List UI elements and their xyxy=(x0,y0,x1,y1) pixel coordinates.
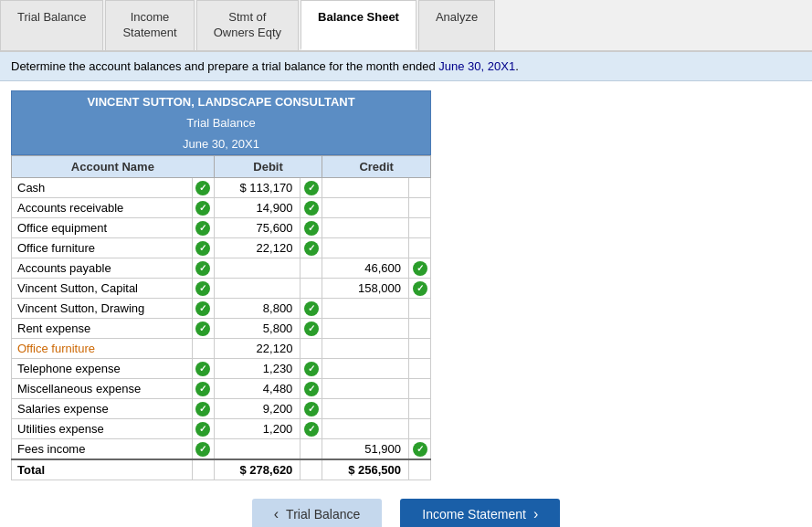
account-name-cell: Rent expense xyxy=(12,318,193,338)
table-row: Salaries expense ✓ 9,200 ✓ xyxy=(12,398,431,418)
debit-check-cell: ✓ xyxy=(301,318,322,338)
credit-check-cell xyxy=(409,298,431,318)
account-name-cell: Utilities expense xyxy=(12,418,193,438)
credit-cell xyxy=(322,378,409,398)
account-name-cell: Office furniture xyxy=(12,338,193,358)
table-row: Accounts payable ✓ 46,600 ✓ xyxy=(12,258,431,278)
row-check-cell: ✓ xyxy=(192,398,214,418)
credit-cell xyxy=(322,237,409,258)
check-icon: ✓ xyxy=(413,261,427,276)
tab-bar: Trial Balance Income Statement Stmt of O… xyxy=(0,0,812,52)
check-icon: ✓ xyxy=(304,221,319,236)
credit-cell: 46,600 xyxy=(322,258,409,278)
debit-cell: $ 113,170 xyxy=(214,177,301,197)
account-name-cell: Telephone expense xyxy=(12,358,193,378)
check-icon: ✓ xyxy=(195,261,210,276)
debit-cell: 8,800 xyxy=(214,298,301,318)
forward-button[interactable]: Income Statement › xyxy=(400,499,560,527)
tab-trial-balance[interactable]: Trial Balance xyxy=(0,0,103,50)
tab-stmt-owners-eqty[interactable]: Stmt of Owners Eqty xyxy=(196,0,299,50)
check-icon: ✓ xyxy=(195,362,210,376)
credit-check-cell: ✓ xyxy=(409,278,431,298)
debit-check-cell: ✓ xyxy=(301,418,322,438)
credit-cell: 51,900 xyxy=(322,438,409,459)
row-check-cell: ✓ xyxy=(192,217,214,237)
trial-balance-table: Account Name Debit Credit Cash ✓ $ 113,1… xyxy=(11,155,431,480)
debit-cell: 9,200 xyxy=(214,398,301,418)
debit-check-cell: ✓ xyxy=(301,237,322,258)
check-icon: ✓ xyxy=(195,402,210,416)
table-row: Rent expense ✓ 5,800 ✓ xyxy=(12,318,431,338)
table-row: Miscellaneous expense ✓ 4,480 ✓ xyxy=(12,378,431,398)
col-credit: Credit xyxy=(322,155,431,177)
check-icon: ✓ xyxy=(304,382,319,396)
total-row: Total $ 278,620 $ 256,500 xyxy=(12,459,431,480)
debit-cell: 1,230 xyxy=(214,358,301,378)
forward-arrow-icon: › xyxy=(533,506,538,522)
credit-cell xyxy=(322,217,409,237)
credit-check-cell xyxy=(409,197,431,217)
table-row: Office furniture ✓ 22,120 ✓ xyxy=(12,237,431,258)
row-check-cell: ✓ xyxy=(192,278,214,298)
table-row: Vincent Sutton, Drawing ✓ 8,800 ✓ xyxy=(12,298,431,318)
col-debit: Debit xyxy=(214,155,322,177)
account-name-cell: Cash xyxy=(12,177,193,197)
table-date: June 30, 20X1 xyxy=(12,133,430,154)
row-check-cell: ✓ xyxy=(192,418,214,438)
check-icon: ✓ xyxy=(195,422,210,437)
credit-check-cell xyxy=(409,338,431,358)
check-icon: ✓ xyxy=(304,301,319,316)
account-name-cell: Miscellaneous expense xyxy=(12,378,193,398)
credit-cell xyxy=(322,197,409,217)
credit-cell xyxy=(322,177,409,197)
debit-cell: 75,600 xyxy=(214,217,301,237)
table-row: Accounts receivable ✓ 14,900 ✓ xyxy=(12,197,431,217)
row-check-cell xyxy=(192,338,214,358)
check-icon: ✓ xyxy=(304,422,319,437)
table-subtitle: Trial Balance xyxy=(12,112,430,133)
debit-check-cell xyxy=(301,438,322,459)
credit-check-cell xyxy=(409,358,431,378)
account-name-cell: Office equipment xyxy=(12,217,193,237)
credit-check-cell xyxy=(409,217,431,237)
check-icon: ✓ xyxy=(413,442,427,457)
credit-cell xyxy=(322,338,409,358)
check-icon: ✓ xyxy=(195,221,210,236)
check-icon: ✓ xyxy=(195,321,210,336)
debit-check-cell xyxy=(301,338,322,358)
row-check-cell: ✓ xyxy=(192,258,214,278)
check-icon: ✓ xyxy=(304,181,319,195)
row-check-cell: ✓ xyxy=(192,358,214,378)
back-label: Trial Balance xyxy=(286,507,360,522)
table-container: VINCENT SUTTON, LANDSCAPE CONSULTANT Tri… xyxy=(11,90,431,480)
debit-check-cell xyxy=(301,258,322,278)
check-icon: ✓ xyxy=(304,402,319,416)
credit-check-cell: ✓ xyxy=(409,258,431,278)
check-icon: ✓ xyxy=(304,362,319,376)
back-button[interactable]: ‹ Trial Balance xyxy=(252,499,383,527)
total-debit: $ 278,620 xyxy=(214,459,301,480)
table-row: Vincent Sutton, Capital ✓ 158,000 ✓ xyxy=(12,278,431,298)
tab-analyze[interactable]: Analyze xyxy=(418,0,495,50)
main-content: VINCENT SUTTON, LANDSCAPE CONSULTANT Tri… xyxy=(0,81,812,527)
tab-balance-sheet[interactable]: Balance Sheet xyxy=(301,0,417,50)
credit-check-cell xyxy=(409,398,431,418)
debit-check-cell: ✓ xyxy=(301,217,322,237)
total-debit-check-empty xyxy=(301,459,322,480)
row-check-cell: ✓ xyxy=(192,438,214,459)
check-icon: ✓ xyxy=(195,241,210,256)
check-icon: ✓ xyxy=(195,382,210,396)
account-name-cell: Salaries expense xyxy=(12,398,193,418)
table-row: Office furniture 22,120 xyxy=(12,338,431,358)
credit-cell: 158,000 xyxy=(322,278,409,298)
debit-cell: 22,120 xyxy=(214,338,301,358)
account-name-cell: Accounts receivable xyxy=(12,197,193,217)
credit-check-cell xyxy=(409,378,431,398)
table-row: Fees income ✓ 51,900 ✓ xyxy=(12,438,431,459)
tab-income-statement[interactable]: Income Statement xyxy=(105,0,194,50)
row-check-cell: ✓ xyxy=(192,197,214,217)
check-icon: ✓ xyxy=(195,281,210,296)
debit-cell: 4,480 xyxy=(214,378,301,398)
table-row: Office equipment ✓ 75,600 ✓ xyxy=(12,217,431,237)
credit-cell xyxy=(322,318,409,338)
